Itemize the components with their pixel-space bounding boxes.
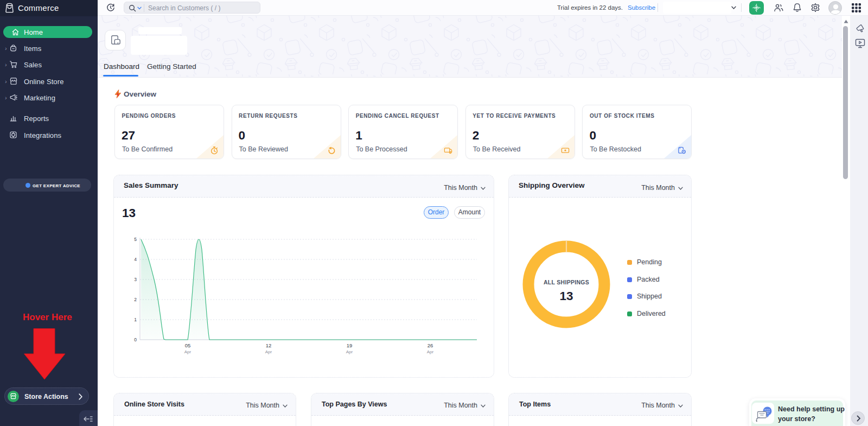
svg-text:Apr: Apr xyxy=(265,349,272,354)
svg-text:05: 05 xyxy=(185,342,191,348)
svg-text:1: 1 xyxy=(134,317,137,322)
svg-text:Apr: Apr xyxy=(427,349,434,354)
svg-text:2: 2 xyxy=(134,297,137,302)
svg-text:5: 5 xyxy=(134,237,137,242)
svg-text:19: 19 xyxy=(347,342,353,348)
svg-text:4: 4 xyxy=(134,257,137,262)
svg-text:3: 3 xyxy=(134,277,137,282)
svg-text:12: 12 xyxy=(266,342,272,348)
svg-text:26: 26 xyxy=(427,342,433,348)
svg-text:Apr: Apr xyxy=(346,349,353,354)
svg-text:0: 0 xyxy=(134,337,137,342)
svg-text:Apr: Apr xyxy=(184,349,192,354)
